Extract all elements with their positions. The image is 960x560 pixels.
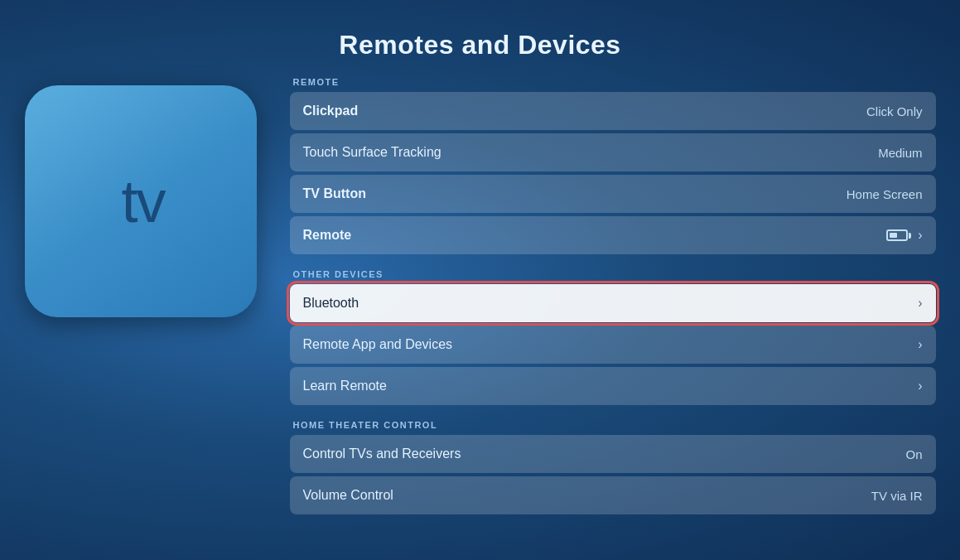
tv-button-row[interactable]: TV Button Home Screen	[290, 175, 936, 213]
tv-button-value: Home Screen	[847, 187, 923, 201]
volume-control-value: TV via IR	[871, 489, 923, 503]
bluetooth-chevron-icon: ›	[918, 296, 922, 311]
home-theater-section-label: HOME THEATER CONTROL	[290, 420, 936, 430]
page-title: Remotes and Devices	[339, 30, 620, 60]
bluetooth-row[interactable]: Bluetooth ›	[290, 284, 936, 322]
touch-surface-label: Touch Surface Tracking	[303, 145, 441, 160]
battery-icon	[886, 229, 911, 241]
tv-text: tv	[121, 167, 164, 235]
settings-panel: REMOTE Clickpad Click Only Touch Surface…	[290, 77, 936, 518]
remote-chevron-icon: ›	[918, 228, 922, 243]
clickpad-value: Click Only	[866, 104, 923, 118]
volume-control-label: Volume Control	[303, 488, 393, 503]
apple-tv-logo: tv	[25, 85, 257, 317]
control-tvs-row[interactable]: Control TVs and Receivers On	[290, 435, 936, 473]
learn-remote-value: ›	[918, 379, 922, 393]
learn-remote-row[interactable]: Learn Remote ›	[290, 367, 936, 405]
remote-app-value: ›	[918, 337, 922, 352]
battery-tip	[909, 233, 911, 239]
logo-inner: tv	[116, 167, 164, 235]
tv-button-label: TV Button	[303, 186, 366, 201]
remote-row[interactable]: Remote ›	[290, 216, 936, 254]
remote-section-label: REMOTE	[290, 77, 936, 87]
bluetooth-value: ›	[918, 296, 922, 311]
battery-body	[886, 229, 908, 241]
touch-surface-value: Medium	[878, 146, 922, 160]
remote-app-label: Remote App and Devices	[303, 337, 453, 352]
volume-control-row[interactable]: Volume Control TV via IR	[290, 476, 936, 514]
clickpad-label: Clickpad	[303, 104, 359, 118]
learn-remote-label: Learn Remote	[303, 379, 387, 393]
other-devices-section-label: OTHER DEVICES	[290, 269, 936, 279]
learn-remote-chevron-icon: ›	[918, 379, 922, 393]
bluetooth-label: Bluetooth	[303, 296, 359, 311]
remote-label: Remote	[303, 228, 352, 243]
control-tvs-label: Control TVs and Receivers	[303, 447, 461, 461]
clickpad-row[interactable]: Clickpad Click Only	[290, 92, 936, 130]
remote-value: ›	[886, 228, 922, 243]
battery-fill	[890, 233, 897, 238]
touch-surface-row[interactable]: Touch Surface Tracking Medium	[290, 133, 936, 171]
remote-app-chevron-icon: ›	[918, 337, 922, 352]
main-content: tv REMOTE Clickpad Click Only Touch Surf…	[25, 77, 936, 518]
control-tvs-value: On	[905, 447, 922, 461]
remote-app-row[interactable]: Remote App and Devices ›	[290, 326, 936, 364]
